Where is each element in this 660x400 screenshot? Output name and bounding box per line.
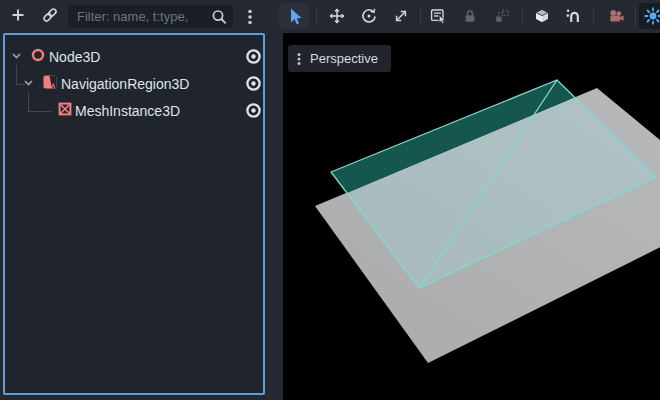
dock-menu-kebab-icon[interactable] [241, 5, 259, 29]
visibility-toggle[interactable] [241, 72, 265, 96]
spatial-editor-toolbar [267, 0, 660, 33]
kebab-icon [295, 50, 303, 68]
list-select-tool-button[interactable] [426, 4, 450, 28]
move-icon [328, 7, 346, 25]
eye-icon [245, 75, 262, 92]
perspective-menu-button[interactable]: Perspective [288, 45, 391, 72]
toolbar-separator [593, 8, 594, 25]
mesh-instance-3d-icon [57, 101, 73, 121]
kebab-icon [241, 6, 259, 28]
navigation-region-3d-icon [42, 74, 58, 94]
perspective-label: Perspective [310, 51, 378, 66]
scene-dock-toolbar [0, 0, 267, 33]
cursor-arrow-icon [284, 6, 304, 26]
toolbar-separator [522, 8, 523, 25]
cube-icon [533, 7, 551, 25]
lock-tool-button[interactable] [458, 4, 482, 28]
toolbar-separator [635, 8, 636, 25]
node3d-icon [30, 47, 46, 67]
rotate-tool-button[interactable] [357, 4, 381, 28]
toolbar-separator [316, 8, 317, 25]
move-tool-button[interactable] [325, 4, 349, 28]
tree-row-node3d[interactable]: Node3D [5, 43, 263, 70]
local-space-button[interactable] [530, 4, 554, 28]
magnet-icon [565, 7, 583, 25]
preview-sunlight-button[interactable] [639, 3, 660, 29]
camera-icon [607, 7, 625, 25]
tree-node-label: NavigationRegion3D [61, 76, 189, 92]
scene-tree-panel: Node3D NavigationRegion3D [3, 33, 265, 395]
eye-icon [245, 102, 262, 119]
tree-row-meshinstance3d[interactable]: MeshInstance3D [5, 97, 263, 124]
select-tool-button[interactable] [279, 3, 309, 29]
rotate-icon [360, 7, 378, 25]
ungroup-tool-button[interactable] [490, 4, 514, 28]
eye-icon [245, 48, 262, 65]
sun-icon [643, 6, 660, 26]
navmesh-scene-render [283, 33, 660, 400]
link-icon [40, 5, 60, 28]
add-node-button[interactable] [6, 5, 30, 28]
toolbar-separator [420, 8, 421, 25]
scale-tool-button[interactable] [389, 4, 413, 28]
visibility-toggle[interactable] [241, 45, 265, 69]
filter-input[interactable] [68, 5, 233, 28]
viewport-3d[interactable]: Perspective [283, 33, 660, 400]
list-select-icon [429, 7, 447, 25]
chevron-down-icon[interactable] [22, 75, 35, 93]
scale-icon [392, 7, 410, 25]
plus-icon [9, 6, 27, 27]
tree-node-label: MeshInstance3D [75, 103, 180, 119]
instance-scene-button[interactable] [38, 5, 62, 28]
ungroup-icon [493, 7, 511, 25]
preview-camera-button[interactable] [604, 4, 628, 28]
chevron-down-icon[interactable] [10, 48, 23, 66]
snap-toggle-button[interactable] [562, 4, 586, 28]
visibility-toggle[interactable] [241, 99, 265, 123]
tree-node-label: Node3D [49, 49, 100, 65]
lock-icon [461, 7, 479, 25]
